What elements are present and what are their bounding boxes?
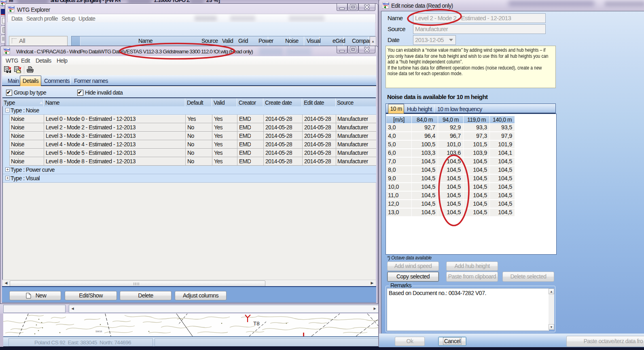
svg-text:Wind: Wind	[0, 0, 6, 3]
svg-text:T8: T8	[253, 320, 260, 327]
svg-text:SW16: SW16	[95, 330, 102, 333]
svg-text:Wind: Wind	[8, 6, 15, 9]
svg-text:Wind: Wind	[383, 2, 389, 5]
svg-text:Wind: Wind	[4, 48, 10, 51]
